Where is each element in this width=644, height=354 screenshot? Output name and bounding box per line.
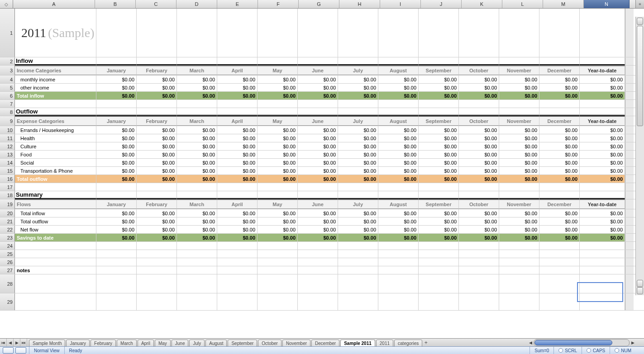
total-value[interactable]: $0.00 <box>96 234 137 241</box>
month-header-December[interactable]: December <box>539 66 580 75</box>
value-cell[interactable]: $0.00 <box>338 209 378 217</box>
row-header-11[interactable]: 11 <box>0 134 15 142</box>
value-cell[interactable]: $0.00 <box>539 151 580 158</box>
view-normal-button[interactable] <box>3 347 14 354</box>
cell-A[interactable] <box>15 293 96 310</box>
cell[interactable] <box>298 9 338 57</box>
month-header-August[interactable]: August <box>378 199 419 209</box>
value-cell[interactable]: $0.00 <box>499 134 539 142</box>
value-cell[interactable]: $0.00 <box>459 134 499 142</box>
cell-K[interactable] <box>459 183 499 191</box>
cell[interactable] <box>177 9 217 57</box>
cell-B[interactable] <box>96 242 137 250</box>
value-cell[interactable]: $0.00 <box>539 134 580 142</box>
cell[interactable] <box>177 191 217 199</box>
value-cell[interactable]: $0.00 <box>177 159 217 166</box>
value-cell[interactable]: $0.00 <box>96 142 137 150</box>
cell-F[interactable] <box>258 274 298 293</box>
month-header-January[interactable]: January <box>96 66 137 75</box>
category-header[interactable]: Income Categories <box>15 66 96 75</box>
value-cell[interactable]: $0.00 <box>338 217 378 225</box>
cell-F[interactable] <box>258 242 298 250</box>
cell-K[interactable] <box>459 293 499 310</box>
value-cell[interactable]: $0.00 <box>177 151 217 158</box>
value-cell[interactable]: $0.00 <box>298 84 338 91</box>
cell-A[interactable] <box>15 274 96 293</box>
cell-D[interactable] <box>177 183 217 191</box>
cell-E[interactable] <box>217 274 258 293</box>
category-header[interactable]: Expense Categories <box>15 116 96 126</box>
row-label[interactable]: Transportation & Phone <box>15 167 96 175</box>
spreadsheet-grid[interactable]: 12011 (Sample)2Inflow3Income CategoriesJ… <box>0 9 644 311</box>
cell[interactable] <box>539 57 580 65</box>
value-cell[interactable]: $0.00 <box>217 209 258 217</box>
cell[interactable] <box>338 9 378 57</box>
value-cell[interactable]: $0.00 <box>96 159 137 166</box>
value-cell[interactable]: $0.00 <box>298 159 338 166</box>
cell-C[interactable] <box>137 242 177 250</box>
column-header-L[interactable]: L <box>502 0 543 8</box>
scroll-down-arrow-2[interactable] <box>637 287 643 294</box>
month-header-November[interactable]: November <box>499 199 539 209</box>
total-value[interactable]: $0.00 <box>419 92 459 99</box>
cell-G[interactable] <box>298 242 338 250</box>
value-cell[interactable]: $0.00 <box>539 209 580 217</box>
cell[interactable] <box>539 9 580 57</box>
value-cell[interactable]: $0.00 <box>137 142 177 150</box>
cell[interactable] <box>96 108 137 116</box>
total-value[interactable]: $0.00 <box>378 92 419 99</box>
add-sheet-tab[interactable]: + <box>422 339 429 347</box>
month-header-January[interactable]: January <box>96 116 137 126</box>
value-cell[interactable]: $0.00 <box>217 159 258 166</box>
value-cell[interactable]: $0.00 <box>137 226 177 233</box>
total-value[interactable]: $0.00 <box>137 92 177 99</box>
column-header-H[interactable]: H <box>339 0 380 8</box>
cell-J[interactable] <box>419 183 459 191</box>
cell-B[interactable] <box>96 250 137 258</box>
value-cell[interactable]: $0.00 <box>378 167 419 175</box>
cell-D[interactable] <box>177 293 217 310</box>
total-value[interactable]: $0.00 <box>419 175 459 183</box>
cell-F[interactable] <box>258 250 298 258</box>
total-value[interactable]: $0.00 <box>177 175 217 183</box>
value-cell[interactable]: $0.00 <box>338 76 378 83</box>
value-cell[interactable]: $0.00 <box>298 151 338 158</box>
value-cell[interactable]: $0.00 <box>459 126 499 134</box>
value-cell[interactable]: $0.00 <box>459 151 499 158</box>
value-cell[interactable]: $0.00 <box>539 126 580 134</box>
month-header-April[interactable]: April <box>217 199 258 209</box>
cell[interactable] <box>338 108 378 116</box>
cell-D[interactable] <box>177 274 217 293</box>
cell-F[interactable] <box>258 293 298 310</box>
cell[interactable] <box>298 266 338 274</box>
ytd-cell[interactable]: $0.00 <box>580 226 625 233</box>
section-heading[interactable]: Inflow <box>15 57 96 65</box>
cell[interactable] <box>338 266 378 274</box>
value-cell[interactable]: $0.00 <box>338 151 378 158</box>
total-value[interactable]: $0.00 <box>378 234 419 241</box>
value-cell[interactable]: $0.00 <box>96 209 137 217</box>
category-header[interactable]: Flows <box>15 199 96 209</box>
total-value[interactable]: $0.00 <box>459 92 499 99</box>
value-cell[interactable]: $0.00 <box>177 209 217 217</box>
value-cell[interactable]: $0.00 <box>96 76 137 83</box>
cell-B[interactable] <box>96 100 137 108</box>
value-cell[interactable]: $0.00 <box>338 167 378 175</box>
cell-L[interactable] <box>499 183 539 191</box>
value-cell[interactable]: $0.00 <box>217 151 258 158</box>
cell-I[interactable] <box>378 274 419 293</box>
value-cell[interactable]: $0.00 <box>378 217 419 225</box>
cell[interactable] <box>96 9 137 57</box>
month-header-December[interactable]: December <box>539 199 580 209</box>
row-header-15[interactable]: 15 <box>0 167 15 175</box>
cell-A[interactable] <box>15 250 96 258</box>
value-cell[interactable]: $0.00 <box>338 142 378 150</box>
cell-C[interactable] <box>137 100 177 108</box>
cell-L[interactable] <box>499 250 539 258</box>
value-cell[interactable]: $0.00 <box>419 151 459 158</box>
ytd-cell[interactable]: $0.00 <box>580 167 625 175</box>
value-cell[interactable]: $0.00 <box>96 226 137 233</box>
value-cell[interactable]: $0.00 <box>338 126 378 134</box>
value-cell[interactable]: $0.00 <box>258 226 298 233</box>
column-header-N[interactable]: N <box>584 0 630 8</box>
